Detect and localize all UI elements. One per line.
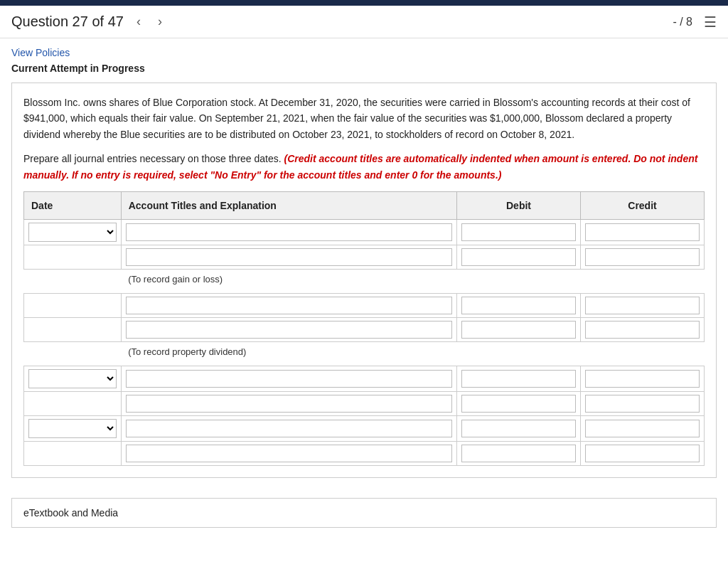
note-row-2: (To record property dividend) bbox=[24, 342, 705, 366]
header-left: Question 27 of 47 ‹ › bbox=[11, 13, 166, 31]
debit-cell-3[interactable] bbox=[456, 294, 580, 318]
note-label-2: (To record property dividend) bbox=[121, 342, 704, 366]
header-debit: Debit bbox=[456, 191, 580, 219]
credit-cell-6[interactable] bbox=[580, 391, 704, 415]
header: Question 27 of 47 ‹ › - / 8 ☰ bbox=[0, 6, 728, 38]
debit-input-7[interactable] bbox=[461, 420, 576, 437]
prepare-text: Prepare all journal entries necessary on… bbox=[23, 151, 705, 183]
note-label-1: (To record gain or loss) bbox=[121, 270, 704, 294]
date-cell-1[interactable] bbox=[24, 220, 122, 245]
etextbook-bar: eTextbook and Media bbox=[11, 498, 717, 528]
credit-input-1[interactable] bbox=[585, 223, 700, 241]
debit-input-2[interactable] bbox=[461, 248, 576, 266]
table-row bbox=[24, 294, 705, 318]
journal-table: Date Account Titles and Explanation Debi… bbox=[23, 191, 705, 466]
header-credit: Credit bbox=[580, 191, 704, 219]
table-row bbox=[24, 366, 705, 391]
debit-input-6[interactable] bbox=[461, 395, 576, 413]
score-display: - / 8 bbox=[673, 16, 692, 28]
account-cell-2[interactable] bbox=[121, 245, 456, 270]
header-account: Account Titles and Explanation bbox=[121, 191, 456, 219]
question-body: Blossom Inc. owns shares of Blue Corpora… bbox=[23, 95, 705, 142]
date-cell-6 bbox=[24, 391, 122, 415]
account-cell-5[interactable] bbox=[121, 366, 456, 391]
account-cell-1[interactable] bbox=[121, 220, 456, 245]
debit-cell-7[interactable] bbox=[456, 415, 580, 441]
credit-cell-8[interactable] bbox=[580, 441, 704, 465]
note-row-1: (To record gain or loss) bbox=[24, 270, 705, 294]
credit-input-3[interactable] bbox=[585, 297, 700, 314]
account-input-5[interactable] bbox=[126, 370, 452, 388]
credit-input-8[interactable] bbox=[585, 445, 700, 462]
next-button[interactable]: › bbox=[154, 13, 166, 31]
date-select-1[interactable] bbox=[28, 223, 117, 242]
table-row bbox=[24, 220, 705, 245]
account-input-8[interactable] bbox=[126, 445, 452, 462]
account-input-3[interactable] bbox=[126, 297, 452, 314]
date-cell-3 bbox=[24, 294, 122, 318]
credit-cell-4[interactable] bbox=[580, 318, 704, 342]
debit-cell-1[interactable] bbox=[456, 220, 580, 245]
credit-cell-7[interactable] bbox=[580, 415, 704, 441]
date-cell-4 bbox=[24, 318, 122, 342]
header-right: - / 8 ☰ bbox=[673, 14, 717, 31]
credit-cell-3[interactable] bbox=[580, 294, 704, 318]
date-cell-8 bbox=[24, 441, 122, 465]
table-row bbox=[24, 245, 705, 270]
question-title: Question 27 of 47 bbox=[11, 14, 124, 30]
table-row bbox=[24, 415, 705, 441]
account-input-2[interactable] bbox=[126, 248, 452, 266]
account-cell-8[interactable] bbox=[121, 441, 456, 465]
credit-cell-2[interactable] bbox=[580, 245, 704, 270]
date-cell-2 bbox=[24, 245, 122, 270]
credit-input-5[interactable] bbox=[585, 370, 700, 388]
prev-button[interactable]: ‹ bbox=[132, 13, 145, 31]
view-policies-link[interactable]: View Policies bbox=[11, 47, 717, 58]
account-input-4[interactable] bbox=[126, 321, 452, 339]
date-select-5[interactable] bbox=[28, 369, 117, 388]
debit-cell-4[interactable] bbox=[456, 318, 580, 342]
debit-input-5[interactable] bbox=[461, 370, 576, 388]
table-header-row: Date Account Titles and Explanation Debi… bbox=[24, 191, 705, 219]
account-input-1[interactable] bbox=[126, 223, 452, 241]
account-input-6[interactable] bbox=[126, 395, 452, 413]
debit-input-4[interactable] bbox=[461, 321, 576, 339]
top-bar bbox=[0, 0, 728, 6]
credit-input-7[interactable] bbox=[585, 420, 700, 437]
account-input-7[interactable] bbox=[126, 420, 452, 437]
debit-cell-8[interactable] bbox=[456, 441, 580, 465]
etextbook-label: eTextbook and Media bbox=[23, 507, 118, 519]
account-cell-7[interactable] bbox=[121, 415, 456, 441]
main-content: View Policies Current Attempt in Progres… bbox=[0, 38, 728, 498]
date-select-7[interactable] bbox=[28, 419, 117, 438]
credit-input-6[interactable] bbox=[585, 395, 700, 413]
list-icon[interactable]: ☰ bbox=[704, 14, 717, 31]
credit-input-4[interactable] bbox=[585, 321, 700, 339]
current-attempt-label: Current Attempt in Progress bbox=[11, 63, 717, 74]
table-row bbox=[24, 318, 705, 342]
debit-cell-6[interactable] bbox=[456, 391, 580, 415]
debit-input-3[interactable] bbox=[461, 297, 576, 314]
account-cell-6[interactable] bbox=[121, 391, 456, 415]
debit-cell-5[interactable] bbox=[456, 366, 580, 391]
table-row bbox=[24, 441, 705, 465]
account-cell-4[interactable] bbox=[121, 318, 456, 342]
date-cell-7[interactable] bbox=[24, 415, 122, 441]
credit-cell-5[interactable] bbox=[580, 366, 704, 391]
date-cell-5[interactable] bbox=[24, 366, 122, 391]
debit-cell-2[interactable] bbox=[456, 245, 580, 270]
debit-input-8[interactable] bbox=[461, 445, 576, 462]
table-row bbox=[24, 391, 705, 415]
credit-input-2[interactable] bbox=[585, 248, 700, 266]
debit-input-1[interactable] bbox=[461, 223, 576, 241]
question-box: Blossom Inc. owns shares of Blue Corpora… bbox=[11, 83, 717, 478]
header-date: Date bbox=[24, 191, 122, 219]
credit-cell-1[interactable] bbox=[580, 220, 704, 245]
account-cell-3[interactable] bbox=[121, 294, 456, 318]
